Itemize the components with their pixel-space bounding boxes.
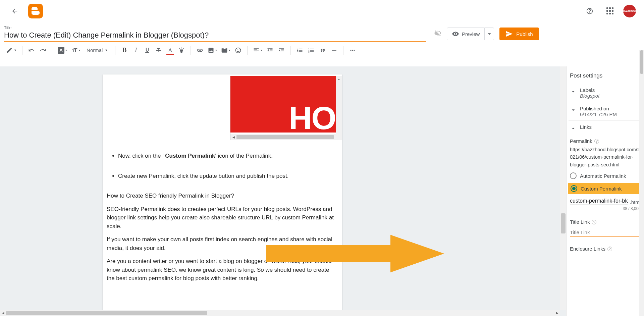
svg-point-6 <box>352 50 353 51</box>
help-icon[interactable]: ? <box>607 247 612 251</box>
custom-permalink-input[interactable] <box>570 197 628 205</box>
highlight-button[interactable] <box>176 44 186 56</box>
indent-decrease-icon <box>267 47 273 54</box>
text-color-button[interactable]: A <box>165 44 175 56</box>
font-family-button[interactable]: A▾ <box>56 44 68 56</box>
labels-value: Blogspot <box>580 93 599 99</box>
editor-horizontal-scrollbar[interactable]: ◀▶ <box>0 310 560 316</box>
page-vertical-scrollbar[interactable] <box>639 50 644 316</box>
undo-button[interactable] <box>26 44 37 56</box>
links-section-header[interactable]: Links <box>569 120 642 136</box>
strikethrough-button[interactable] <box>154 44 164 56</box>
numbered-list-button[interactable] <box>306 44 316 56</box>
content-paragraph[interactable]: If you want to make your own all posts f… <box>107 235 338 252</box>
bold-button[interactable]: B <box>119 44 129 56</box>
title-row: Title Preview Publish <box>0 22 644 42</box>
compose-mode-button[interactable]: ▼ <box>5 44 18 56</box>
preview-dropdown[interactable] <box>485 28 494 40</box>
eye-icon <box>452 30 459 38</box>
video-icon <box>221 47 228 54</box>
caret-down-icon <box>486 30 493 38</box>
title-link-label: Title Link ? <box>570 219 641 225</box>
more-horiz-icon <box>349 47 356 54</box>
publish-label: Publish <box>516 31 533 37</box>
font-A-icon: A <box>58 47 64 54</box>
title-label: Title <box>4 25 426 30</box>
chevron-down-icon <box>570 87 577 95</box>
redo-button[interactable] <box>38 44 48 56</box>
automatic-permalink-radio[interactable]: Automatic Permalink <box>570 172 641 179</box>
indent-increase-button[interactable] <box>276 44 286 56</box>
published-value: 6/14/21 7:26 PM <box>580 111 617 117</box>
post-title-input[interactable] <box>4 30 426 42</box>
apps-grid-icon <box>606 7 613 14</box>
font-size-button[interactable]: ▾ <box>70 44 82 56</box>
insert-break-button[interactable] <box>329 44 339 56</box>
help-icon[interactable]: ? <box>594 139 599 144</box>
radio-checked-icon <box>571 185 577 192</box>
chevron-down-icon <box>570 106 577 114</box>
font-size-icon <box>71 47 78 54</box>
paragraph-style-button[interactable]: Normal▼ <box>83 44 111 56</box>
app-bar: BAZZHOOD <box>0 0 644 22</box>
strikethrough-icon <box>155 47 162 54</box>
content-bullet-2[interactable]: Create new Permalink, click the update b… <box>118 172 338 180</box>
svg-point-7 <box>354 50 355 51</box>
post-body[interactable]: HO ▲ ◀ Now, click on the ' Custom Permal… <box>103 74 342 316</box>
embedded-image-frame[interactable]: HO ▲ ◀ <box>230 76 342 140</box>
title-link-input[interactable] <box>570 228 641 237</box>
align-icon <box>253 47 260 54</box>
insert-video-button[interactable]: ▾ <box>220 44 232 56</box>
editor-vertical-scrollbar[interactable] <box>560 66 566 310</box>
image-horizontal-scrollbar[interactable]: ◀ <box>230 134 336 140</box>
workspace: HO ▲ ◀ Now, click on the ' Custom Permal… <box>0 66 644 316</box>
help-icon[interactable]: ? <box>592 220 596 224</box>
content-heading[interactable]: How to Create SEO friendly Permalink in … <box>107 192 338 200</box>
permalink-char-count: 38 / 8,000 <box>570 206 641 211</box>
more-button[interactable] <box>347 44 358 56</box>
bullet-list-button[interactable] <box>295 44 305 56</box>
permalink-label: Permalink ? <box>570 138 641 144</box>
content-bullet-1[interactable]: Now, click on the ' Custom Permalink' ic… <box>118 152 338 160</box>
google-apps-button[interactable] <box>603 4 616 18</box>
editor-canvas[interactable]: HO ▲ ◀ Now, click on the ' Custom Permal… <box>0 66 566 316</box>
published-section[interactable]: Published on 6/14/21 7:26 PM <box>569 102 642 120</box>
align-button[interactable]: ▾ <box>252 44 264 56</box>
indent-increase-icon <box>278 47 285 54</box>
underline-icon <box>144 47 151 54</box>
labels-section[interactable]: Labels Blogspot <box>569 84 642 102</box>
help-button[interactable] <box>583 4 596 18</box>
preview-label: Preview <box>462 31 480 37</box>
back-button[interactable] <box>8 4 21 18</box>
underline-button[interactable] <box>142 44 152 56</box>
send-icon <box>505 30 513 38</box>
radio-unchecked-icon <box>570 172 577 179</box>
editor-toolbar: ▼ A▾ ▾ Normal▼ B I A ▾ ▾ ▾ <box>0 42 644 59</box>
insert-link-button[interactable] <box>195 44 205 56</box>
links-section-body: Permalink ? https://bazzhood.blogspot.co… <box>569 138 642 252</box>
enclosure-links-label: Enclosure Links ? <box>570 246 641 252</box>
custom-permalink-radio[interactable]: Custom Permalink <box>568 183 643 194</box>
insert-emoji-button[interactable] <box>233 44 243 56</box>
svg-point-1 <box>589 12 590 12</box>
arrow-left-icon <box>11 7 18 15</box>
image-vertical-scrollbar[interactable]: ▲ <box>336 76 342 140</box>
insert-image-button[interactable]: ▾ <box>206 44 218 56</box>
publish-button[interactable]: Publish <box>499 28 539 40</box>
preview-button[interactable]: Preview <box>447 28 485 40</box>
pen-icon <box>6 47 13 54</box>
content-paragraph[interactable]: Are you a content writer or you went to … <box>107 257 338 283</box>
post-settings-sidebar: Post settings Labels Blogspot Published … <box>566 66 644 316</box>
italic-button[interactable]: I <box>131 44 141 56</box>
svg-point-2 <box>236 48 241 53</box>
embedded-image: HO <box>230 76 336 133</box>
quote-button[interactable] <box>318 44 328 56</box>
account-avatar[interactable]: BAZZHOOD <box>623 5 636 17</box>
link-icon <box>197 47 203 54</box>
content-paragraph[interactable]: SEO-friendly Permalink does to creates p… <box>107 205 338 231</box>
blogger-logo-icon[interactable] <box>28 4 43 18</box>
svg-point-5 <box>351 50 352 51</box>
permalink-url: https://bazzhood.blogspot.com/2021/06/cu… <box>570 146 641 168</box>
indent-decrease-button[interactable] <box>265 44 275 56</box>
published-title: Published on <box>580 106 617 111</box>
